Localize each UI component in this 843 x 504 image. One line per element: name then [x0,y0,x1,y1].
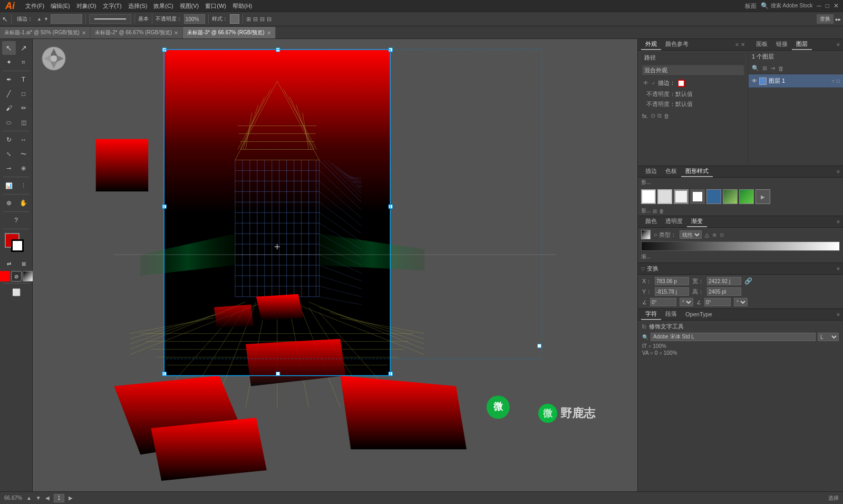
none-icon[interactable]: ⊘ [11,271,22,282]
rotate-tool[interactable]: ↻ [2,133,16,147]
puppet-warp-tool[interactable]: ⊕ [17,161,31,175]
menu-text[interactable]: 文字(T) [100,1,125,11]
layers-menu-btn[interactable]: ≡ [837,42,840,47]
delete-icon[interactable]: 🗑 [664,113,670,119]
tab3-close[interactable]: ✕ [267,30,271,36]
selection-tool[interactable]: ↖ [2,41,16,55]
menu-window[interactable]: 窗口(W) [202,1,229,11]
tab-doc3[interactable]: 未标题-3* @ 66.67% (RGB/预览) ✕ [183,27,275,38]
menu-effect[interactable]: 效果(C) [150,1,176,11]
font-search-icon[interactable]: 🔍 [642,334,648,340]
tab-doc2[interactable]: 未标题-2* @ 66.67% (RGB/预览) ✕ [91,27,183,38]
angle1-unit[interactable]: ° [680,298,693,306]
more-btn[interactable]: ▸▸ [836,16,841,22]
zoom-down[interactable]: ▼ [36,495,41,501]
style-default[interactable] [641,189,656,204]
arrange-icon[interactable]: ⊟ [267,16,272,23]
help-tool[interactable]: ? [9,214,23,227]
min-button[interactable]: ─ [817,2,821,9]
move-icon[interactable]: ⇥ [770,65,775,72]
appearance-close-btn[interactable]: ✕ [741,42,745,47]
angle1-input[interactable] [650,298,676,306]
layer-row-1[interactable]: 👁 图层 1 ○ □ [749,74,843,88]
swap-icon[interactable]: ⇄ [2,257,16,270]
close-button[interactable]: ✕ [834,2,839,9]
color-mode-icon[interactable] [0,271,10,282]
ctp-menu-btn[interactable]: ≡ [837,219,840,225]
menu-help[interactable]: 帮助(H) [229,1,255,11]
artboard-tool-icon[interactable]: ⬜ [9,285,23,299]
style-6[interactable] [739,189,754,204]
gradient-mode-icon[interactable] [23,271,33,282]
del-layer-icon[interactable]: 🗑 [778,65,784,72]
para-tab[interactable]: 段落 [661,309,681,320]
gradient-bar[interactable] [641,241,840,251]
menu-file[interactable]: 文件(F) [22,1,47,11]
width-tool[interactable]: ⊸ [2,161,16,175]
direct-selection-tool[interactable]: ↗ [17,41,31,55]
color-ref-tab[interactable]: 颜色参考 [661,39,693,50]
layers-tab-active[interactable]: 图层 [792,39,812,50]
style-3[interactable] [690,189,705,204]
opentype-tab[interactable]: OpenType [681,310,716,319]
char-menu-btn[interactable]: ≡ [837,312,840,317]
gradient-swatch-small[interactable] [641,230,651,239]
tab2-close[interactable]: ✕ [174,30,178,36]
stroke-up-arrow[interactable]: ▲ [37,16,42,22]
style-menu-btn[interactable]: ≡ [837,169,840,175]
new-layer-icon[interactable]: ⊞ [762,65,767,72]
fx-label[interactable]: fx. [642,113,648,119]
transform-collapse-arrow[interactable]: ▽ [641,266,645,272]
style-1[interactable] [657,189,672,204]
tab-doc1[interactable]: 未标题-1.ai* @ 50% (RGB/预览) ✕ [0,27,91,38]
eraser-tool[interactable]: ◫ [17,115,31,129]
select-tool-icon[interactable]: ↖ [2,15,8,23]
style-more[interactable]: ▶ [755,189,770,204]
align-icon[interactable]: ⊟ [253,16,258,23]
search-stock[interactable]: 搜索 Adobe Stock [771,2,812,9]
graph-tool[interactable]: 📊 [2,179,16,192]
line-tool[interactable]: ╱ [2,87,16,101]
menu-select[interactable]: 选择(S) [125,1,151,11]
char-tab-active[interactable]: 字符 [641,309,661,320]
stroke-swatch-app[interactable] [677,80,685,87]
opacity-input[interactable] [184,14,205,24]
stroke-swatch-small[interactable] [11,239,24,252]
del-style-btn[interactable]: 🗑 [659,208,664,214]
panel-tab-2[interactable]: 链接 [772,39,792,50]
blob-brush-tool[interactable]: ⬭ [2,115,16,129]
artboard-nav-next[interactable]: ▶ [69,495,73,501]
duplicate-icon[interactable]: ⧉ [657,112,662,119]
menu-edit[interactable]: 编辑(E) [47,1,73,11]
graphic-styles-tab[interactable]: 图形样式 [681,166,713,177]
zoom-tool[interactable]: ⊕ [2,196,16,210]
style-5[interactable] [723,189,738,204]
paintbrush-tool[interactable]: 🖌 [2,101,16,115]
find-layer-icon[interactable]: 🔍 [752,65,759,72]
w-input[interactable] [707,277,741,285]
layer-options[interactable]: □ [837,78,840,84]
artboard-nav-prev[interactable]: ◀ [45,495,50,501]
tab1-close[interactable]: ✕ [82,30,86,36]
transform-menu-btn[interactable]: ≡ [837,266,840,272]
shield-icon[interactable]: ⊙ [651,112,655,119]
hand-tool[interactable]: ✋ [17,196,31,210]
reflect-tool[interactable]: ↔ [17,133,31,147]
appearance-tab[interactable]: 外观 [641,39,661,50]
link-wh-icon[interactable]: 🔗 [744,277,752,285]
swatches-tab[interactable]: 色板 [661,166,681,177]
zoom-up[interactable]: ▲ [26,495,32,501]
appearance-menu-btn[interactable]: ≡ [735,42,739,47]
scale-tool[interactable]: ⤡ [2,147,16,161]
stroke-eye[interactable]: 👁 [642,80,650,86]
font-weight-select[interactable]: L [818,333,839,341]
y-input[interactable] [655,287,689,296]
search-icon[interactable]: 🔍 [761,2,769,9]
shape-tool[interactable]: □ [17,87,31,101]
angle2-input[interactable] [704,298,731,306]
menu-object[interactable]: 对象(O) [73,1,100,11]
font-input[interactable] [651,333,816,341]
magic-wand-tool[interactable]: ✦ [2,55,16,69]
gradient-tab[interactable]: 渐变 [687,216,707,227]
gradient-link-icon[interactable]: ⊕ [712,232,716,238]
